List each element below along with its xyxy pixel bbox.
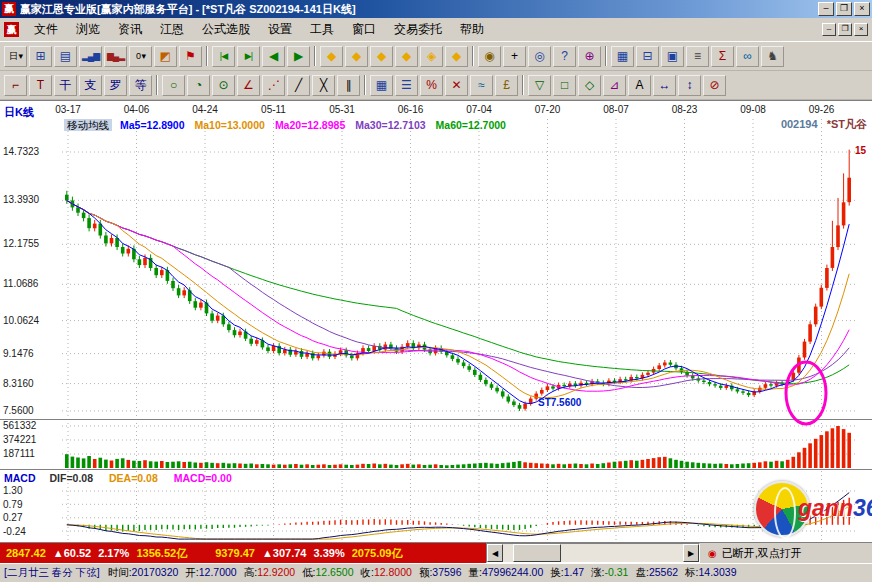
fan-lines-icon[interactable]: ⋰ bbox=[262, 75, 285, 96]
menu-item-6[interactable]: 工具 bbox=[301, 18, 343, 41]
price-tick: 11.0686 bbox=[3, 278, 38, 289]
sz-change: ▲307.74 bbox=[262, 547, 307, 559]
gann-angle-icon[interactable]: ◈ bbox=[420, 46, 443, 67]
triangle-tool-icon[interactable]: ▽ bbox=[528, 75, 551, 96]
menu-item-7[interactable]: 窗口 bbox=[343, 18, 385, 41]
list-icon[interactable]: ≡ bbox=[686, 46, 709, 67]
cross-lines-icon[interactable]: ╳ bbox=[312, 75, 335, 96]
zoom-tool-icon[interactable]: ◎ bbox=[528, 46, 551, 67]
sh-change: ▲60.52 bbox=[53, 547, 91, 559]
menu-item-1[interactable]: 浏览 bbox=[67, 18, 109, 41]
menu-item-2[interactable]: 资讯 bbox=[109, 18, 151, 41]
ruler-tool-icon[interactable]: ⊿ bbox=[603, 75, 626, 96]
gan-lines-icon[interactable]: 干 bbox=[54, 75, 77, 96]
wave-tool-icon[interactable]: ≈ bbox=[470, 75, 493, 96]
help-tool-icon[interactable]: ? bbox=[553, 46, 576, 67]
gann-fan-icon[interactable]: ◆ bbox=[345, 46, 368, 67]
date-tick: 05-31 bbox=[324, 104, 360, 115]
scroll-right-icon[interactable]: ▶ bbox=[683, 544, 699, 562]
square-tool-icon[interactable]: □ bbox=[553, 75, 576, 96]
gann-square-icon[interactable]: ◆ bbox=[320, 46, 343, 67]
angle-tool-icon[interactable]: ∠ bbox=[237, 75, 260, 96]
flag-icon[interactable]: ⚑ bbox=[179, 46, 202, 67]
info-field-量: 量:47996244.00 bbox=[469, 566, 544, 578]
date-tick: 06-16 bbox=[393, 104, 429, 115]
percent-tool-icon[interactable]: % bbox=[420, 75, 443, 96]
close-button[interactable]: × bbox=[854, 2, 870, 16]
gann360-logo: gann360 bbox=[746, 479, 870, 541]
save-icon[interactable]: ▣ bbox=[661, 46, 684, 67]
hand-tool-icon[interactable]: ◉ bbox=[478, 46, 501, 67]
volume-bars-icon[interactable]: ▂▄▆ bbox=[79, 46, 102, 67]
sh-index: 2847.42 bbox=[6, 547, 46, 559]
formula-icon[interactable]: Σ bbox=[711, 46, 734, 67]
kline-bars-icon[interactable]: ▆▄▂ bbox=[104, 46, 127, 67]
connection-icon: ◉ bbox=[708, 548, 717, 559]
last-bar-icon[interactable]: ▶| bbox=[237, 46, 260, 67]
cycle-tool-icon[interactable]: ⊙ bbox=[212, 75, 235, 96]
child-restore-button[interactable]: ❐ bbox=[838, 23, 852, 36]
trend-tool-icon[interactable]: ⌐ bbox=[4, 75, 27, 96]
menu-item-4[interactable]: 公式选股 bbox=[193, 18, 259, 41]
info-field-开: 开:12.7000 bbox=[185, 566, 236, 578]
ma-legend: 移动均线Ma5=12.8900Ma10=13.0000Ma20=12.8985M… bbox=[64, 119, 516, 133]
gann-box-icon[interactable]: ◆ bbox=[395, 46, 418, 67]
gann-time-icon[interactable]: ◆ bbox=[445, 46, 468, 67]
clear-all-icon[interactable]: ⊘ bbox=[703, 75, 726, 96]
diamond-tool-icon[interactable]: ◇ bbox=[578, 75, 601, 96]
scrollbar-track[interactable] bbox=[503, 544, 683, 562]
connection-status[interactable]: ◉ 已断开,双点打开 bbox=[700, 543, 872, 563]
delete-tool-icon[interactable]: ✕ bbox=[445, 75, 468, 96]
date-tick: 07-04 bbox=[461, 104, 497, 115]
deng-tool-icon[interactable]: 等 bbox=[129, 75, 152, 96]
horizontal-scrollbar[interactable]: ◀ ▶ bbox=[486, 543, 700, 563]
measure-h-icon[interactable]: ↔ bbox=[653, 75, 676, 96]
stock-name: *ST凡谷 bbox=[827, 118, 867, 130]
t-square-icon[interactable]: T bbox=[29, 75, 52, 96]
prev-bar-icon[interactable]: ◀ bbox=[262, 46, 285, 67]
color-block-icon[interactable]: ◩ bbox=[154, 46, 177, 67]
board-grid-icon[interactable]: ⊞ bbox=[29, 46, 52, 67]
scrollbar-thumb[interactable] bbox=[513, 544, 561, 562]
compass-tool-icon[interactable]: ⊕ bbox=[578, 46, 601, 67]
link-icon[interactable]: ∞ bbox=[736, 46, 759, 67]
child-minimize-button[interactable]: – bbox=[822, 23, 836, 36]
ma-legend-item: Ma60=12.7000 bbox=[436, 119, 506, 131]
crosshair-tool-icon[interactable]: + bbox=[503, 46, 526, 67]
menu-item-8[interactable]: 交易委托 bbox=[385, 18, 451, 41]
bands-tool-icon[interactable]: ☰ bbox=[395, 75, 418, 96]
ma-legend-item: Ma10=13.0000 bbox=[195, 119, 265, 131]
menu-item-9[interactable]: 帮助 bbox=[451, 18, 493, 41]
chart-grid-icon[interactable]: ▦ bbox=[611, 46, 634, 67]
split-window-icon[interactable]: ⊟ bbox=[636, 46, 659, 67]
measure-v-icon[interactable]: ↕ bbox=[678, 75, 701, 96]
horse-icon[interactable]: ♞ bbox=[761, 46, 784, 67]
price-tick: 9.1476 bbox=[3, 348, 34, 359]
report-page-icon[interactable]: ▤ bbox=[54, 46, 77, 67]
arc-tool-icon[interactable]: ◔ bbox=[187, 75, 210, 96]
luo-tool-icon[interactable]: 罗 bbox=[104, 75, 127, 96]
gann-wheel-icon[interactable]: ◆ bbox=[370, 46, 393, 67]
grid-tool-icon[interactable]: ▦ bbox=[370, 75, 393, 96]
next-bar-icon[interactable]: ▶ bbox=[287, 46, 310, 67]
menu-item-3[interactable]: 江恩 bbox=[151, 18, 193, 41]
child-close-button[interactable]: × bbox=[854, 23, 868, 36]
channel-icon[interactable]: ∥ bbox=[337, 75, 360, 96]
circle-tool-icon[interactable]: ○ bbox=[162, 75, 185, 96]
scroll-left-icon[interactable]: ◀ bbox=[487, 544, 503, 562]
first-bar-icon[interactable]: |◀ bbox=[212, 46, 235, 67]
menu-item-5[interactable]: 设置 bbox=[259, 18, 301, 41]
text-tool-icon[interactable]: A bbox=[628, 75, 651, 96]
info-field-标: 标:14.3039 bbox=[685, 566, 736, 578]
menu-item-0[interactable]: 文件 bbox=[25, 18, 67, 41]
statusbar: 2847.42 ▲60.52 2.17% 1356.52亿 9379.47 ▲3… bbox=[0, 543, 872, 563]
maximize-button[interactable]: ❐ bbox=[836, 2, 852, 16]
price-tag-icon[interactable]: £ bbox=[495, 75, 518, 96]
minimize-button[interactable]: – bbox=[818, 2, 834, 16]
zero-stepper[interactable]: 0 ▾ bbox=[129, 46, 152, 67]
zhi-lines-icon[interactable]: 支 bbox=[79, 75, 102, 96]
low-price-marker: ST7.5600 bbox=[538, 397, 581, 408]
trendline-icon[interactable]: ╱ bbox=[287, 75, 310, 96]
period-day-dropdown[interactable]: 日 ▾ bbox=[4, 46, 27, 67]
toolbar-separator bbox=[522, 75, 524, 95]
